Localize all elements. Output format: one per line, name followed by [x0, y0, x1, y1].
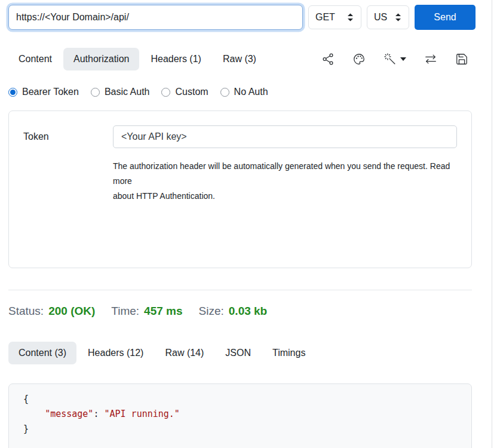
- radio-label: No Auth: [234, 87, 268, 97]
- radio-no-auth[interactable]: No Auth: [220, 87, 268, 97]
- palette-icon[interactable]: [352, 53, 366, 66]
- save-icon[interactable]: [455, 53, 468, 66]
- updown-arrows-icon: [394, 13, 402, 22]
- json-key: "message": [45, 409, 93, 419]
- radio-label: Custom: [175, 87, 208, 97]
- response-tab-content[interactable]: Content (3): [8, 342, 76, 364]
- scrollbar-track[interactable]: [492, 0, 492, 448]
- size-value: 0.03 kb: [229, 305, 267, 318]
- radio-icon: [8, 88, 17, 97]
- send-button[interactable]: Send: [415, 5, 476, 30]
- request-tabbar: Content Authorization Headers (1) Raw (3…: [8, 48, 476, 70]
- response-tab-timings[interactable]: Timings: [262, 342, 315, 364]
- time-value: 457 ms: [144, 305, 182, 318]
- swap-arrows-icon[interactable]: [424, 53, 437, 66]
- radio-basic-auth[interactable]: Basic Auth: [91, 87, 150, 97]
- token-help-text: The authorization header will be automat…: [113, 159, 457, 204]
- magic-wand-icon: [384, 53, 397, 66]
- size-label: Size:: [199, 305, 224, 318]
- response-json: { "message": "API running." }: [23, 392, 471, 437]
- token-panel: Token The authorization header will be a…: [8, 111, 472, 268]
- http-method-select[interactable]: GET: [308, 5, 361, 29]
- radio-label: Bearer Token: [22, 87, 79, 97]
- divider: [8, 290, 472, 290]
- radio-custom[interactable]: Custom: [161, 87, 208, 97]
- radio-icon: [161, 88, 170, 97]
- region-value: US: [374, 12, 387, 23]
- radio-label: Basic Auth: [105, 87, 150, 97]
- tab-headers[interactable]: Headers (1): [140, 48, 211, 70]
- response-status-line: Status: 200 (OK) Time: 457 ms Size: 0.03…: [8, 305, 500, 318]
- token-input[interactable]: [113, 125, 457, 148]
- response-tab-json[interactable]: JSON: [215, 342, 261, 364]
- response-tabbar: Content (3) Headers (12) Raw (14) JSON T…: [8, 342, 476, 364]
- tab-authorization[interactable]: Authorization: [63, 48, 139, 70]
- time-label: Time:: [111, 305, 139, 318]
- response-body: { "message": "API running." }: [8, 383, 472, 448]
- auth-type-options: Bearer Token Basic Auth Custom No Auth: [8, 87, 500, 97]
- request-bar: GET US Send: [8, 5, 476, 30]
- api-client-page: GET US Send Content Authorization Header…: [0, 0, 500, 448]
- radio-bearer-token[interactable]: Bearer Token: [8, 87, 79, 97]
- chevron-down-icon: [400, 57, 406, 61]
- radio-icon: [91, 88, 100, 97]
- status-value: 200 (OK): [48, 305, 95, 318]
- token-label: Token: [23, 131, 113, 142]
- magic-wand-menu[interactable]: [384, 53, 406, 66]
- http-method-value: GET: [315, 12, 335, 23]
- request-toolbar: [321, 53, 476, 66]
- updown-arrows-icon: [346, 13, 354, 22]
- tab-raw[interactable]: Raw (3): [213, 48, 266, 70]
- url-input[interactable]: [8, 5, 303, 30]
- response-tab-raw[interactable]: Raw (14): [155, 342, 214, 364]
- status-label: Status:: [8, 305, 44, 318]
- json-value: "API running.": [104, 409, 179, 419]
- region-select[interactable]: US: [367, 5, 409, 29]
- tab-content[interactable]: Content: [8, 48, 62, 70]
- radio-icon: [220, 88, 229, 97]
- response-tab-headers[interactable]: Headers (12): [78, 342, 154, 364]
- share-icon[interactable]: [321, 53, 335, 66]
